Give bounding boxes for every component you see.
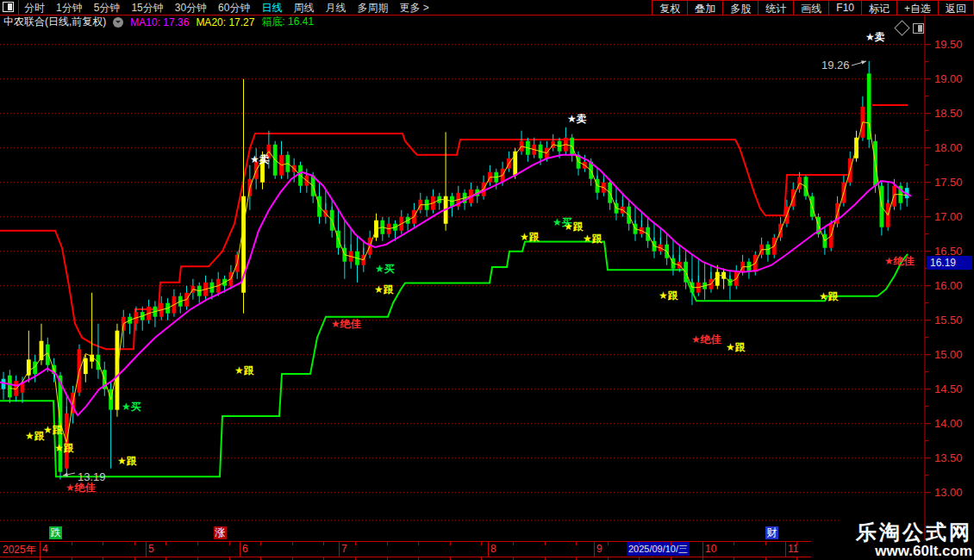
minor-time-tick [260, 542, 261, 545]
minor-time-tick [292, 542, 293, 545]
signal-label: ★跟 [564, 221, 584, 233]
signal-label: ★跟 [819, 290, 839, 302]
month-label: 8 [490, 543, 496, 555]
price-axis-label: 15.50 [934, 314, 963, 327]
minor-time-tick [481, 542, 482, 545]
minor-time-tick [355, 542, 356, 545]
signal-label: ★跟 [54, 442, 74, 454]
signal-label: ★绝佳 [66, 482, 96, 494]
month-tick [594, 542, 595, 557]
candle[interactable] [14, 381, 18, 396]
minor-time-tick [72, 542, 72, 545]
minor-time-tick [40, 542, 41, 545]
month-label: 9 [596, 543, 603, 555]
minor-time-tick [608, 542, 609, 545]
price-axis-label: 17.50 [934, 176, 963, 189]
signal-label: ★卖 [250, 153, 270, 165]
candle[interactable] [892, 186, 896, 207]
signal-label: ★跟 [374, 283, 394, 296]
price-axis-label: 13.00 [934, 486, 963, 499]
signal-label: ★卖 [865, 31, 885, 43]
signal-label: ★跟 [43, 424, 63, 436]
signal-label: ★跟 [659, 289, 678, 302]
signal-label: ★绝佳 [884, 255, 915, 267]
candle[interactable] [715, 272, 720, 286]
minor-time-tick [734, 542, 734, 545]
year-label: 2025年 [3, 543, 36, 557]
candle[interactable] [8, 376, 12, 398]
annotation-text: 13.19 [78, 470, 106, 483]
minor-time-tick [513, 542, 514, 545]
annotation-arrowhead [861, 60, 866, 64]
month-label: 7 [341, 543, 347, 555]
split-window-icon[interactable] [913, 23, 924, 34]
box-top-band [0, 134, 847, 349]
price-axis-label: 19.00 [934, 72, 963, 85]
candle[interactable] [46, 345, 50, 365]
month-tick [785, 542, 786, 557]
price-axis-label: 15.00 [934, 348, 963, 361]
crosshair-date-box: 2025/09/10/三 [627, 542, 690, 556]
minor-time-tick [702, 542, 703, 545]
minor-time-tick [418, 542, 419, 545]
minor-time-tick [387, 542, 388, 545]
month-label: 10 [705, 543, 716, 555]
signal-label: ★绝佳 [691, 333, 721, 345]
signal-label: ★跟 [583, 233, 603, 245]
minor-time-tick [103, 542, 103, 545]
ma10-line [0, 155, 911, 415]
signal-label: ★卖 [567, 113, 587, 125]
price-axis-label: 18.00 [934, 141, 963, 154]
price-axis-label: 13.50 [934, 451, 963, 464]
watermark-url: www.60lt.com [856, 544, 972, 558]
annotation-text: 19.26 [821, 59, 850, 72]
minor-time-tick [165, 542, 166, 545]
signal-label: ★绝佳 [331, 318, 361, 330]
minor-time-tick [134, 542, 135, 545]
price-axis-label: 14.00 [934, 417, 963, 430]
price-axis-label: 18.50 [934, 107, 963, 120]
signal-label: ★跟 [117, 455, 137, 467]
signal-label: ★跟 [520, 231, 540, 243]
box-bottom-band [0, 242, 908, 477]
month-tick [339, 542, 340, 557]
signal-label: ★买 [375, 263, 395, 275]
minor-time-tick [671, 542, 671, 545]
candlestick-chart[interactable]: ★卖★卖★卖★买★买★买★跟★跟★跟★跟★跟★跟★跟★跟★跟★跟★跟★跟★绝佳★… [0, 0, 974, 560]
month-label: 6 [242, 543, 248, 555]
down-day-badge: 跌 [49, 526, 62, 539]
minor-time-tick [796, 542, 797, 545]
minor-time-tick [545, 542, 546, 545]
minor-time-tick [229, 542, 230, 545]
finance-badge: 财 [765, 526, 778, 539]
watermark: 乐淘公式网 www.60lt.com [856, 522, 972, 558]
minor-time-tick [765, 542, 766, 545]
minor-time-tick [197, 542, 198, 545]
price-axis-label: 16.00 [934, 279, 963, 292]
price-axis-label: 17.00 [934, 210, 963, 223]
watermark-site-name: 乐淘公式网 [856, 522, 972, 543]
month-tick [488, 542, 489, 557]
signal-label: ★跟 [726, 341, 746, 353]
time-axis-bottom-line [0, 557, 811, 557]
month-tick [240, 542, 240, 557]
signal-label: ★跟 [25, 430, 45, 442]
minor-time-tick [323, 542, 324, 545]
signal-label: ★买 [122, 401, 141, 413]
month-label: 5 [148, 543, 154, 555]
price-axis-label: 14.50 [934, 383, 963, 395]
candle[interactable] [84, 358, 88, 374]
month-label: 4 [42, 543, 48, 555]
up-day-badge: 涨 [214, 526, 227, 539]
month-tick [146, 542, 147, 557]
crosshair-price-box: 16.19 [927, 256, 972, 270]
minor-time-tick [576, 542, 577, 545]
signal-label: ★跟 [234, 364, 254, 376]
minor-time-tick [450, 542, 451, 545]
minor-time-tick [639, 542, 640, 545]
price-axis-label: 19.50 [934, 38, 963, 51]
